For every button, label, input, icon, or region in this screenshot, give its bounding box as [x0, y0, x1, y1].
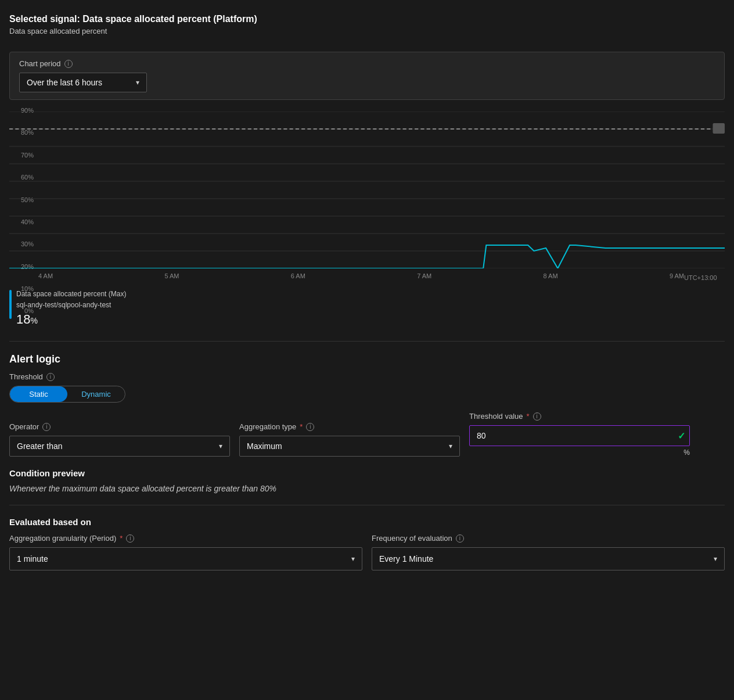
chart-legend: Data space allocated percent (Max) sql-a…	[9, 289, 725, 327]
threshold-value-info-icon[interactable]: i	[533, 412, 541, 421]
operator-dropdown-arrow: ▾	[219, 442, 222, 450]
threshold-value-input[interactable]	[469, 425, 690, 446]
operator-label: Operator i	[9, 422, 230, 431]
aggregation-label: Aggregation type * i	[239, 422, 460, 431]
chart-svg-area	[9, 112, 725, 270]
frequency-dropdown-arrow: ▾	[714, 555, 717, 563]
frequency-group: Frequency of evaluation i Every 1 Minute…	[372, 534, 725, 570]
x-label-8am: 8 AM	[544, 272, 558, 282]
frequency-label: Frequency of evaluation i	[372, 534, 725, 543]
granularity-dropdown-arrow: ▾	[351, 555, 355, 563]
condition-preview-title: Condition preview	[9, 468, 725, 478]
aggregation-dropdown-arrow: ▾	[449, 442, 452, 450]
chart-period-label: Chart period i	[19, 59, 715, 68]
frequency-dropdown[interactable]: Every 1 Minute ▾	[372, 547, 725, 570]
operator-dropdown[interactable]: Greater than ▾	[9, 436, 230, 457]
chart-container: 90% 80% 70% 60% 50% 40% 30% 20% 10% 0%	[9, 107, 725, 332]
x-label-6am: 6 AM	[291, 272, 305, 282]
signal-title: Selected signal: Data space allocated pe…	[9, 14, 725, 24]
alert-logic-section: Alert logic Threshold i Static Dynamic O…	[9, 353, 725, 457]
aggregation-granularity-label: Aggregation granularity (Period) * i	[9, 534, 362, 543]
threshold-check-icon: ✓	[678, 430, 685, 441]
evaluated-title: Evaluated based on	[9, 517, 725, 527]
aggregation-granularity-group: Aggregation granularity (Period) * i 1 m…	[9, 534, 362, 570]
svg-rect-11	[713, 123, 725, 134]
signal-subtitle: Data space allocated percent	[9, 27, 725, 35]
chart-period-dropdown-arrow: ▾	[136, 78, 139, 87]
x-label-9am: 9 AM	[670, 272, 684, 282]
aggregation-info-icon[interactable]: i	[306, 423, 314, 431]
chart-period-section: Chart period i Over the last 6 hours ▾	[9, 52, 725, 100]
granularity-dropdown[interactable]: 1 minute ▾	[9, 547, 362, 570]
dynamic-toggle-btn[interactable]: Dynamic	[67, 386, 125, 402]
evaluated-row: Aggregation granularity (Period) * i 1 m…	[9, 534, 725, 570]
operator-info-icon[interactable]: i	[42, 423, 51, 431]
threshold-toggle[interactable]: Static Dynamic	[9, 386, 125, 403]
granularity-info-icon[interactable]: i	[126, 534, 134, 543]
header-section: Selected signal: Data space allocated pe…	[9, 9, 725, 45]
x-label-4am: 4 AM	[38, 272, 53, 282]
chart-period-info-icon[interactable]: i	[64, 60, 73, 68]
alert-logic-form-row: Operator i Greater than ▾ Aggregation ty…	[9, 412, 725, 457]
condition-preview-section: Condition preview Whenever the maximum d…	[9, 468, 725, 493]
condition-preview-text: Whenever the maximum data space allocate…	[9, 484, 725, 493]
threshold-label: Threshold i	[9, 372, 725, 381]
threshold-info-icon[interactable]: i	[46, 373, 55, 381]
threshold-value-label: Threshold value * i	[469, 412, 690, 421]
x-label-7am: 7 AM	[417, 272, 431, 282]
granularity-required: *	[120, 534, 123, 543]
alert-logic-title: Alert logic	[9, 353, 725, 365]
evaluated-based-on-section: Evaluated based on Aggregation granulari…	[9, 517, 725, 570]
threshold-value-required: *	[527, 412, 530, 421]
static-toggle-btn[interactable]: Static	[10, 386, 67, 402]
aggregation-required: *	[300, 422, 303, 431]
operator-group: Operator i Greater than ▾	[9, 422, 230, 457]
x-label-5am: 5 AM	[164, 272, 179, 282]
threshold-input-wrapper: ✓	[469, 425, 690, 446]
percent-label: %	[469, 448, 690, 457]
aggregation-dropdown[interactable]: Maximum ▾	[239, 436, 460, 457]
chart-svg	[9, 112, 725, 268]
aggregation-group: Aggregation type * i Maximum ▾	[239, 422, 460, 457]
timezone-label: UTC+13:00	[684, 274, 717, 281]
threshold-value-group: Threshold value * i ✓ %	[469, 412, 690, 457]
chart-x-labels: 4 AM 5 AM 6 AM 7 AM 8 AM 9 AM UTC+13:00	[38, 270, 719, 282]
chart-period-dropdown[interactable]: Over the last 6 hours ▾	[19, 73, 147, 92]
frequency-info-icon[interactable]: i	[456, 534, 464, 543]
